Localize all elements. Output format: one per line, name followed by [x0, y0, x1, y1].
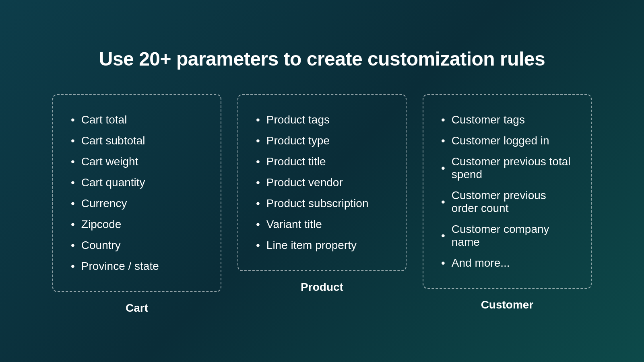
customer-card: Customer tags Customer logged in Custome… [423, 94, 592, 289]
list-item: Line item property [256, 235, 388, 256]
customer-column: Customer tags Customer logged in Custome… [423, 94, 592, 311]
list-item: Cart subtotal [71, 130, 203, 151]
list-item: Customer logged in [441, 130, 573, 151]
product-card: Product tags Product type Product title … [237, 94, 407, 271]
list-item: Cart weight [71, 151, 203, 172]
page-title: Use 20+ parameters to create customizati… [99, 48, 545, 70]
columns-wrapper: Cart total Cart subtotal Cart weight Car… [52, 94, 592, 315]
list-item: Country [71, 235, 203, 256]
list-item: Product tags [256, 109, 388, 130]
cart-list: Cart total Cart subtotal Cart weight Car… [71, 109, 203, 277]
list-item: And more... [441, 253, 573, 274]
cart-column: Cart total Cart subtotal Cart weight Car… [52, 94, 221, 315]
list-item: Cart total [71, 109, 203, 130]
customer-label: Customer [481, 298, 534, 311]
list-item: Variant title [256, 214, 388, 235]
list-item: Customer tags [441, 109, 573, 130]
list-item: Zipcode [71, 214, 203, 235]
product-list: Product tags Product type Product title … [256, 109, 388, 256]
cart-card: Cart total Cart subtotal Cart weight Car… [52, 94, 221, 292]
list-item: Customer previous order count [441, 185, 573, 219]
list-item: Currency [71, 193, 203, 214]
list-item: Product vendor [256, 172, 388, 193]
list-item: Cart quantity [71, 172, 203, 193]
list-item: Product subscription [256, 193, 388, 214]
list-item: Customer previous total spend [441, 151, 573, 185]
list-item: Product title [256, 151, 388, 172]
list-item: Customer company name [441, 219, 573, 253]
list-item: Product type [256, 130, 388, 151]
product-column: Product tags Product type Product title … [237, 94, 407, 294]
cart-label: Cart [126, 302, 148, 315]
product-label: Product [301, 281, 343, 294]
list-item: Province / state [71, 256, 203, 277]
customer-list: Customer tags Customer logged in Custome… [441, 109, 573, 274]
